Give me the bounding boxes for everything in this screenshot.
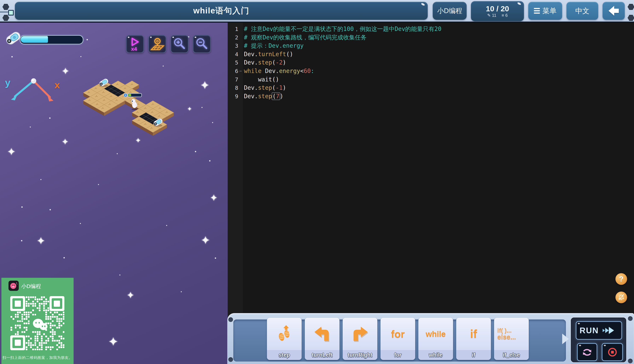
brand-button[interactable]: 小D编程 <box>433 2 467 20</box>
card-turnLeft[interactable]: turnLeft <box>305 318 340 360</box>
mute-bell-button[interactable] <box>615 292 627 303</box>
fold-marker[interactable] <box>239 71 242 72</box>
card-step-icon <box>267 318 301 350</box>
sparkle-star <box>109 337 118 346</box>
reset-button[interactable] <box>577 343 597 361</box>
card-step[interactable]: step <box>267 318 301 360</box>
code-line-4[interactable]: 4Dev.turnLeft() <box>228 50 634 58</box>
bolt-icon <box>228 317 233 322</box>
led-wire <box>0 12 8 12</box>
code-text: # 提示：Dev.energy <box>244 42 303 50</box>
star <box>80 223 81 224</box>
axis-indicator: y x <box>2 72 62 108</box>
card-turnLeft-icon <box>305 318 340 350</box>
bolt-icon <box>628 15 634 21</box>
speed-button[interactable]: x4 <box>126 35 144 53</box>
card-turnRight[interactable]: turnRight <box>343 318 377 360</box>
star <box>195 151 196 152</box>
line-number: 7 <box>228 75 238 84</box>
line-number: 6 <box>228 67 238 75</box>
star <box>209 160 210 162</box>
help-button[interactable]: ? <box>615 273 627 285</box>
code-text: # 注意Dev的能量不一定是满状态下的100，例如这一题中Dev的能量只有20 <box>244 25 441 33</box>
line-number: 3 <box>228 42 238 50</box>
lines-icon: ≡ <box>502 13 504 18</box>
code-token: ( <box>272 59 276 66</box>
card-label-strip: for <box>381 350 415 360</box>
sheen-highlight <box>517 2 521 5</box>
card-for-icon: for <box>381 318 415 350</box>
language-button[interactable]: 中文 <box>566 2 598 20</box>
y-axis-label: y <box>5 77 11 88</box>
zoom-out-icon <box>193 36 210 52</box>
card-if_else[interactable]: if( )...else...if_else <box>494 318 529 360</box>
zoom-in-button[interactable] <box>171 35 189 53</box>
zoom-out-button[interactable] <box>193 35 211 53</box>
star <box>64 257 65 258</box>
code-token: 60 <box>304 68 311 74</box>
sheen-highlight <box>421 2 425 6</box>
run-button[interactable]: RUN <box>576 321 622 340</box>
card-while[interactable]: whilewhile <box>418 318 453 360</box>
code-editor[interactable]: 1# 注意Dev的能量不一定是满状态下的100，例如这一题中Dev的能量只有20… <box>228 22 634 364</box>
card-label-strip: if <box>456 350 491 360</box>
code-line-9[interactable]: 9Dev.step(7) <box>228 92 634 100</box>
code-token: while <box>244 68 265 74</box>
qr-finder <box>10 296 25 311</box>
progress-panel[interactable]: 10 / 20 ✎ 11 ≡ 6 <box>471 1 524 21</box>
code-text: wait() <box>244 75 279 84</box>
map-button[interactable] <box>148 35 166 53</box>
code-token: Dev. <box>244 84 258 91</box>
qr-caption: 扫一扫上面的二维码图案，加我为朋友。 <box>2 355 74 360</box>
code-text: Dev.step(7) <box>244 92 283 100</box>
code-token: Dev. <box>244 51 258 58</box>
card-for-label: for <box>394 352 401 358</box>
code-line-5[interactable]: 5Dev.step(-2) <box>228 58 634 67</box>
reset-icon <box>582 347 593 358</box>
svg-text:x4: x4 <box>131 46 137 52</box>
card-if-icon: if <box>456 318 491 350</box>
code-token: Dev. <box>244 93 258 100</box>
card-while-label: while <box>429 352 443 358</box>
card-for[interactable]: forfor <box>381 318 415 360</box>
code-token: # 注意Dev的能量不一定是满状态下的100，例如这一题中Dev的能量只有20 <box>244 26 441 32</box>
code-line-2[interactable]: 2# 观察Dev的收集路线，编写代码完成收集任务 <box>228 33 634 42</box>
menu-button[interactable]: 菜单 <box>528 2 562 20</box>
progress-sub: ✎ 11 ≡ 6 <box>487 13 508 18</box>
hamburger-icon <box>534 8 540 14</box>
pencil-icon: ✎ <box>487 13 491 18</box>
code-line-6[interactable]: 6while Dev.energy<60: <box>228 67 634 75</box>
game-viewport[interactable]: y x x4 小D编程 扫一扫上面的二维码图案，加我为朋友。 <box>0 22 228 364</box>
code-line-1[interactable]: 1# 注意Dev的能量不一定是满状态下的100，例如这一题中Dev的能量只有20 <box>228 25 634 33</box>
code-token: step <box>258 84 272 91</box>
app-avatar <box>9 280 19 291</box>
bell-slash-icon <box>617 294 625 301</box>
line-number: 5 <box>228 58 238 67</box>
code-token: # 观察Dev的收集路线，编写代码完成收集任务 <box>244 34 367 41</box>
axis-arrows <box>2 72 62 108</box>
code-line-7[interactable]: 7 wait() <box>228 75 634 84</box>
qr-card: 小D编程 扫一扫上面的二维码图案，加我为朋友。 <box>2 278 74 364</box>
progress-count: 10 / 20 <box>486 4 509 13</box>
qr-finder <box>50 296 64 311</box>
sparkle-star <box>8 148 15 155</box>
scroll-right-chevron[interactable] <box>562 334 569 344</box>
card-if[interactable]: ifif <box>456 318 491 360</box>
x-axis-label: x <box>55 79 60 91</box>
code-token: ) <box>283 84 286 91</box>
code-token: ( <box>272 84 276 91</box>
code-token: -1 <box>276 84 283 91</box>
code-text: # 观察Dev的收集路线，编写代码完成收集任务 <box>244 33 367 42</box>
code-line-3[interactable]: 3# 提示：Dev.energy <box>228 42 634 50</box>
sparkle-star <box>37 237 45 244</box>
code-line-8[interactable]: 8Dev.step(-1) <box>228 84 634 92</box>
speed-icon: x4 <box>127 36 143 52</box>
back-button[interactable] <box>602 2 625 20</box>
code-token: () <box>286 51 293 58</box>
level-title-text: while语句入门 <box>193 5 249 16</box>
code-token: ) <box>280 93 283 100</box>
stop-button[interactable] <box>602 343 623 361</box>
card-step-label: step <box>279 352 290 358</box>
star <box>163 66 164 66</box>
sparkle-star <box>136 138 140 142</box>
